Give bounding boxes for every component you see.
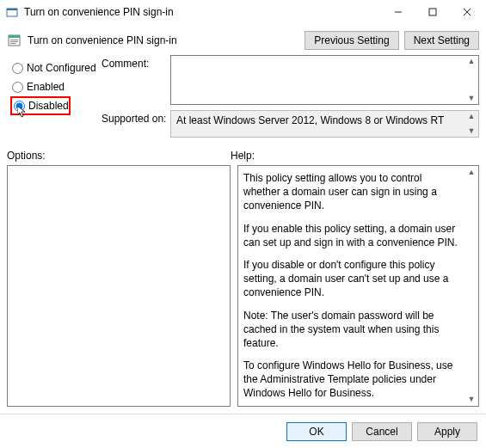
app-icon [5, 5, 19, 19]
radio-label: Disabled [28, 100, 69, 112]
toolbar: Turn on convenience PIN sign-in Previous… [0, 24, 486, 53]
help-paragraph: This policy setting allows you to contro… [243, 171, 461, 213]
svg-rect-1 [7, 9, 17, 10]
options-pane [7, 165, 231, 407]
cancel-button[interactable]: Cancel [352, 422, 412, 441]
scroll-up-icon[interactable]: ▲ [468, 113, 476, 120]
state-radio-group: Not Configured Enabled Disabled [7, 55, 102, 138]
title-bar: Turn on convenience PIN sign-in [0, 0, 486, 24]
supported-on-value: At least Windows Server 2012, Windows 8 … [176, 114, 444, 126]
scroll-up-icon[interactable]: ▲ [468, 169, 476, 176]
radio-disabled[interactable]: Disabled [10, 96, 71, 115]
svg-rect-8 [10, 40, 18, 40]
help-paragraph: To configure Windows Hello for Business,… [243, 359, 461, 401]
next-setting-button[interactable]: Next Setting [404, 31, 479, 50]
radio-label: Enabled [27, 81, 65, 93]
help-pane: This policy setting allows you to contro… [237, 165, 479, 407]
ok-button[interactable]: OK [286, 422, 347, 441]
svg-rect-10 [10, 43, 15, 44]
svg-rect-7 [9, 35, 20, 38]
help-label: Help: [231, 150, 255, 162]
window-title: Turn on convenience PIN sign-in [24, 6, 381, 18]
radio-label: Not Configured [27, 62, 96, 74]
policy-title: Turn on convenience PIN sign-in [28, 34, 299, 46]
help-paragraph: Note: The user's domain password will be… [243, 309, 461, 351]
comment-label: Comment: [102, 55, 170, 70]
radio-not-configured[interactable]: Not Configured [10, 58, 98, 77]
svg-rect-3 [429, 9, 436, 15]
scroll-up-icon[interactable]: ▲ [468, 58, 476, 65]
previous-setting-button[interactable]: Previous Setting [305, 31, 398, 50]
scroll-down-icon[interactable]: ▼ [468, 127, 476, 135]
scrollbar[interactable]: ▲ ▼ [464, 56, 478, 104]
scrollbar[interactable]: ▲ ▼ [464, 111, 478, 137]
comment-field[interactable]: ▲ ▼ [170, 55, 479, 105]
maximize-button[interactable] [415, 0, 450, 24]
scroll-down-icon[interactable]: ▼ [468, 95, 476, 102]
help-paragraph: If you disable or don't configure this p… [243, 258, 461, 300]
close-button[interactable] [450, 0, 484, 24]
svg-rect-9 [10, 41, 18, 42]
scroll-down-icon[interactable]: ▼ [468, 396, 476, 403]
supported-on-field: At least Windows Server 2012, Windows 8 … [170, 110, 479, 138]
dialog-footer: OK Cancel Apply [0, 414, 486, 448]
radio-enabled[interactable]: Enabled [10, 77, 98, 96]
minimize-button[interactable] [381, 0, 415, 24]
help-paragraph: If you enable this policy setting, a dom… [243, 222, 461, 249]
apply-button[interactable]: Apply [417, 422, 477, 441]
supported-on-label: Supported on: [102, 110, 170, 125]
policy-icon [7, 33, 22, 48]
options-label: Options: [7, 150, 231, 162]
scrollbar[interactable]: ▲ ▼ [464, 167, 478, 405]
